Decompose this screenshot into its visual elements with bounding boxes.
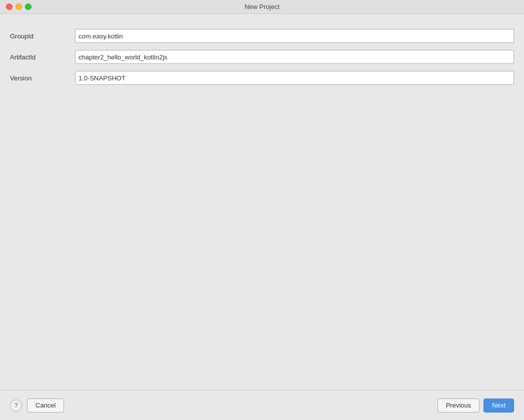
next-button[interactable]: Next (484, 399, 514, 413)
maximize-button[interactable] (25, 3, 32, 10)
groupid-row: GroupId (10, 29, 514, 43)
close-button[interactable] (6, 3, 12, 10)
groupid-input[interactable] (75, 29, 514, 43)
minimize-button[interactable] (16, 3, 22, 10)
artifactid-label: ArtifactId (10, 53, 75, 61)
version-label: Version (10, 74, 75, 82)
groupid-label: GroupId (10, 32, 75, 40)
title-bar: New Project (0, 0, 524, 14)
artifactid-input[interactable] (75, 50, 514, 64)
main-content: GroupId ArtifactId Version (0, 14, 524, 390)
help-button[interactable]: ? (10, 400, 22, 412)
previous-button[interactable]: Previous (438, 399, 480, 413)
artifactid-row: ArtifactId (10, 50, 514, 64)
version-row: Version (10, 71, 514, 85)
cancel-button[interactable]: Cancel (27, 399, 64, 413)
window-title: New Project (244, 3, 280, 10)
version-input[interactable] (75, 71, 514, 85)
bottom-bar: ? Cancel Previous Next (0, 390, 524, 420)
